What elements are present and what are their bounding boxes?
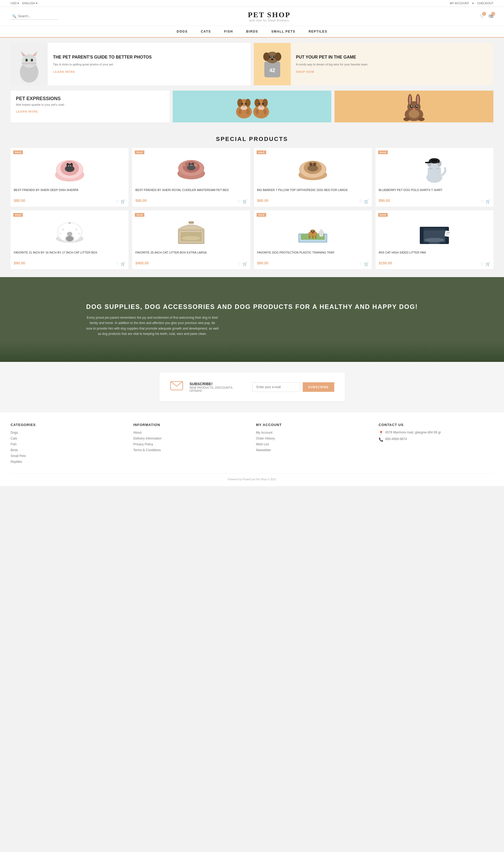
svg-point-47 bbox=[256, 109, 259, 114]
svg-text:42: 42 bbox=[269, 67, 275, 73]
footer-account-wish-list[interactable]: Wish List bbox=[256, 442, 269, 446]
product-card-6: Sale bbox=[254, 210, 372, 269]
footer-contact-address-row: 📍 4578 Marmora road, glasgow d04 89 gr bbox=[379, 430, 493, 435]
svg-rect-78 bbox=[183, 163, 185, 167]
price-row-7: $150.00 ♡ 🛒 bbox=[379, 260, 490, 266]
svg-rect-30 bbox=[226, 91, 278, 122]
cart-icon-6[interactable]: 🛒 bbox=[364, 262, 369, 266]
footer-contact-phone: 800-4569-9874 bbox=[385, 437, 407, 441]
cart-icon-3[interactable]: 🛒 bbox=[486, 199, 490, 203]
footer-cat-fish[interactable]: Fish bbox=[11, 442, 17, 446]
wishlist-button[interactable]: ♡ 0 bbox=[480, 14, 484, 19]
cart-icon-4[interactable]: 🛒 bbox=[121, 262, 125, 266]
search-icon: 🔍 bbox=[12, 14, 16, 18]
footer-cat-birds[interactable]: Birds bbox=[11, 448, 18, 452]
svg-rect-137 bbox=[319, 231, 324, 233]
hero-card-game-link[interactable]: SHOP NOW bbox=[296, 70, 314, 73]
svg-point-39 bbox=[246, 109, 250, 114]
product-card-4: Sale bbox=[11, 210, 128, 269]
cart-icon-5[interactable]: 🛒 bbox=[242, 262, 247, 266]
my-account-link[interactable]: MY ACCOUNT bbox=[450, 2, 469, 5]
product-price-5: $400.00 bbox=[135, 261, 149, 265]
product-image-6 bbox=[257, 214, 369, 248]
wishlist-icon-1[interactable]: ♡ bbox=[237, 199, 241, 203]
wishlist-icon-7[interactable]: ♡ bbox=[481, 262, 484, 266]
svg-rect-105 bbox=[432, 160, 437, 162]
footer-info-terms[interactable]: Terms & Conditions bbox=[133, 448, 161, 452]
nav-item-small-pets[interactable]: SMALL PETS bbox=[271, 26, 295, 37]
expressions-subtitle: Add instant sparkle to your pet's coat! bbox=[16, 103, 164, 106]
wishlist-icon-3[interactable]: ♡ bbox=[481, 199, 484, 203]
product-price-2: $60.00 bbox=[257, 198, 269, 203]
subscribe-email-input[interactable] bbox=[252, 382, 300, 392]
rabbit-image bbox=[335, 91, 493, 122]
logo-subtitle: with love for Small Brothers bbox=[248, 19, 290, 22]
footer: CATEGORIES Dogs Cats Fish Birds Small Pe… bbox=[0, 412, 504, 486]
banner-row: PET EXPRESSIONS Add instant sparkle to y… bbox=[0, 91, 504, 128]
price-row-0: $80.00 ♡ 🛒 bbox=[14, 198, 125, 203]
svg-point-116 bbox=[59, 233, 61, 234]
dog-banner-title: DOG SUPPLIES, DOG ACCESSORIES AND DOG PR… bbox=[86, 303, 418, 311]
wishlist-icon-2[interactable]: ♡ bbox=[359, 199, 363, 203]
banner-expressions: PET EXPRESSIONS Add instant sparkle to y… bbox=[11, 91, 169, 122]
footer-info-delivery[interactable]: Delivery Information bbox=[133, 437, 162, 440]
header-icons: ♡ 0 🛍 0 bbox=[480, 14, 493, 19]
footer-categories: CATEGORIES Dogs Cats Fish Birds Small Pe… bbox=[11, 423, 125, 465]
nav-item-birds[interactable]: BIRDS bbox=[246, 26, 258, 37]
footer-account-order-history[interactable]: Order History bbox=[256, 437, 275, 440]
main-nav: DOGS CATS FISH BIRDS SMALL PETS REPTILES bbox=[0, 26, 504, 38]
product-actions-3: ♡ 🛒 bbox=[481, 199, 490, 203]
svg-point-50 bbox=[258, 106, 264, 110]
footer-account-my-account[interactable]: My Account bbox=[256, 431, 272, 434]
language-selector[interactable]: ENGLISH ▾ bbox=[22, 2, 37, 5]
product-actions-7: ♡ 🛒 bbox=[481, 262, 490, 266]
nav-item-fish[interactable]: FISH bbox=[224, 26, 233, 37]
checkout-link[interactable]: CHECKOUT bbox=[477, 2, 493, 5]
svg-rect-130 bbox=[315, 235, 317, 239]
cart-icon-7[interactable]: 🛒 bbox=[486, 262, 490, 266]
wishlist-icon-6[interactable]: ♡ bbox=[359, 262, 363, 266]
dog-banner-text: Every proud pet parent remembers the joy… bbox=[86, 315, 218, 337]
footer-cat-dogs[interactable]: Dogs bbox=[11, 431, 18, 434]
svg-point-115 bbox=[75, 229, 77, 230]
expressions-link[interactable]: LEARN MORE bbox=[16, 110, 38, 113]
product-badge-5: Sale bbox=[135, 213, 144, 217]
svg-point-57 bbox=[417, 95, 419, 105]
subscribe-button[interactable]: SUBSCRIBE bbox=[303, 382, 334, 392]
cart-icon-0[interactable]: 🛒 bbox=[121, 199, 125, 203]
cart-badge: 0 bbox=[491, 12, 495, 16]
wishlist-icon-0[interactable]: ♡ bbox=[116, 199, 119, 203]
wishlist-icon-4[interactable]: ♡ bbox=[116, 262, 119, 266]
wishlist-icon-5[interactable]: ♡ bbox=[237, 262, 241, 266]
cart-icon-2[interactable]: 🛒 bbox=[364, 199, 369, 203]
hero-card-photos: THE PET PARENT'S GUIDE TO BETTER PHOTOS … bbox=[11, 43, 251, 85]
footer-cat-small-pets[interactable]: Small Pets bbox=[11, 454, 26, 458]
cart-button[interactable]: 🛍 0 bbox=[489, 14, 493, 19]
search-input[interactable] bbox=[18, 14, 58, 18]
footer-contact-phone-row: 📞 800-4569-9874 bbox=[379, 437, 493, 442]
nav-item-dogs[interactable]: DOGS bbox=[177, 26, 187, 37]
product-image-4 bbox=[14, 214, 125, 248]
footer-cat-cats[interactable]: Cats bbox=[11, 437, 17, 440]
currency-selector[interactable]: USD ▾ bbox=[11, 2, 19, 5]
search-box[interactable]: 🔍 bbox=[11, 13, 58, 20]
cart-icon-1[interactable]: 🛒 bbox=[242, 199, 247, 203]
nav-item-cats[interactable]: CATS bbox=[201, 26, 211, 37]
footer-cat-reptiles[interactable]: Reptiles bbox=[11, 460, 22, 464]
top-bar-left: USD ▾ ENGLISH ▾ bbox=[11, 2, 38, 5]
footer-info-about[interactable]: About bbox=[133, 431, 141, 434]
product-badge-0: Sale bbox=[13, 150, 23, 154]
products-grid: Sale BEST FRIENDS BY SHERI DEEP DISH SHE… bbox=[0, 148, 504, 277]
svg-point-146 bbox=[424, 238, 445, 242]
footer-account-newsletter[interactable]: Newsletter bbox=[256, 448, 271, 452]
dog-banner-section: DOG SUPPLIES, DOG ACCESSORIES AND DOG PR… bbox=[0, 277, 504, 362]
footer-contact: CONTACT US 📍 4578 Marmora road, glasgow … bbox=[379, 423, 493, 465]
top-bar-right: MY ACCOUNT ▾ CHECKOUT bbox=[450, 2, 493, 5]
svg-rect-106 bbox=[425, 162, 430, 163]
footer-info-privacy[interactable]: Privacy Policy bbox=[133, 442, 153, 446]
dog-banner-content: DOG SUPPLIES, DOG ACCESSORIES AND DOG PR… bbox=[86, 303, 418, 337]
nav-item-reptiles[interactable]: REPTILES bbox=[308, 26, 327, 37]
price-row-1: $80.00 ♡ 🛒 bbox=[135, 198, 247, 203]
hero-card-photos-link[interactable]: LEARN MORE bbox=[53, 70, 75, 73]
product-name-6: FAVORITE DOG PROTECTION PLASTIC TRAINING… bbox=[257, 251, 369, 259]
